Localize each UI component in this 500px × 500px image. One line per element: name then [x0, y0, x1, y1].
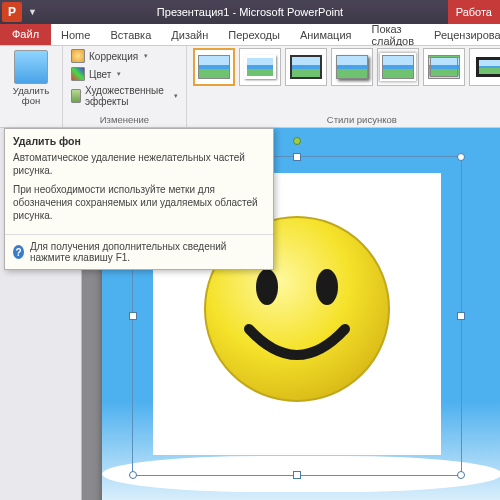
screentip: Удалить фон Автоматическое удаление неже…	[4, 128, 274, 270]
resize-handle-sw[interactable]	[129, 471, 137, 479]
remove-bg-icon	[14, 50, 48, 84]
tooltip-title: Удалить фон	[5, 129, 273, 149]
style-gallery: ▲ ▼ ▾	[193, 48, 500, 86]
tab-home[interactable]: Home	[51, 24, 100, 45]
tab-slideshow[interactable]: Показ слайдов	[362, 24, 425, 45]
resize-handle-s[interactable]	[293, 471, 301, 479]
remove-background-button[interactable]: Удалитьфон	[6, 48, 56, 109]
tab-animation[interactable]: Анимация	[290, 24, 362, 45]
tooltip-footer: ? Для получения дополнительных сведений …	[5, 234, 273, 269]
sun-icon	[71, 49, 85, 63]
style-item-2[interactable]	[239, 48, 281, 86]
group-label-styles: Стили рисунков	[193, 114, 500, 126]
style-item-7[interactable]	[469, 48, 500, 86]
color-icon	[71, 67, 85, 81]
style-item-4[interactable]	[331, 48, 373, 86]
artistic-effects-button[interactable]: Художественные эффекты▾	[69, 84, 180, 108]
tab-file[interactable]: Файл	[0, 24, 51, 45]
group-label-adjust: Изменение	[69, 114, 180, 126]
ribbon-group-picture-styles: ▲ ▼ ▾ Стили рисунков	[187, 46, 500, 127]
brush-icon	[71, 89, 81, 103]
tab-design[interactable]: Дизайн	[161, 24, 218, 45]
window-title: Презентация1 - Microsoft PowerPoint	[157, 6, 343, 18]
rotate-handle[interactable]	[293, 137, 301, 145]
resize-handle-e[interactable]	[457, 312, 465, 320]
resize-handle-n[interactable]	[293, 153, 301, 161]
help-icon: ?	[13, 245, 24, 259]
tab-review[interactable]: Рецензирование	[424, 24, 500, 45]
svg-point-1	[256, 269, 278, 305]
contextual-tab[interactable]: Работа	[448, 0, 500, 24]
svg-point-2	[316, 269, 338, 305]
app-icon[interactable]: P	[2, 2, 22, 22]
titlebar: P ▼ Презентация1 - Microsoft PowerPoint …	[0, 0, 500, 24]
resize-handle-ne[interactable]	[457, 153, 465, 161]
ribbon: Удалитьфон Коррекция▾ Цвет▾ Художественн…	[0, 46, 500, 128]
tab-transitions[interactable]: Переходы	[218, 24, 290, 45]
ribbon-group-adjust: Коррекция▾ Цвет▾ Художественные эффекты▾…	[63, 46, 187, 127]
style-item-6[interactable]	[423, 48, 465, 86]
style-item-3[interactable]	[285, 48, 327, 86]
chevron-down-icon: ▾	[144, 52, 148, 60]
color-button[interactable]: Цвет▾	[69, 66, 180, 82]
chevron-down-icon: ▾	[117, 70, 121, 78]
qat-dropdown-icon[interactable]: ▼	[28, 7, 37, 17]
tooltip-help-text: Для получения дополнительных сведений на…	[30, 241, 265, 263]
tooltip-body: Автоматическое удаление нежелательных ча…	[5, 149, 273, 234]
tab-insert[interactable]: Вставка	[100, 24, 161, 45]
chevron-down-icon: ▾	[174, 92, 178, 100]
style-item-1[interactable]	[193, 48, 235, 86]
corrections-button[interactable]: Коррекция▾	[69, 48, 180, 64]
resize-handle-w[interactable]	[129, 312, 137, 320]
ribbon-group-remove-bg: Удалитьфон	[0, 46, 63, 127]
resize-handle-se[interactable]	[457, 471, 465, 479]
style-item-5[interactable]	[377, 48, 419, 86]
ribbon-tabs: Файл Home Вставка Дизайн Переходы Анимац…	[0, 24, 500, 46]
